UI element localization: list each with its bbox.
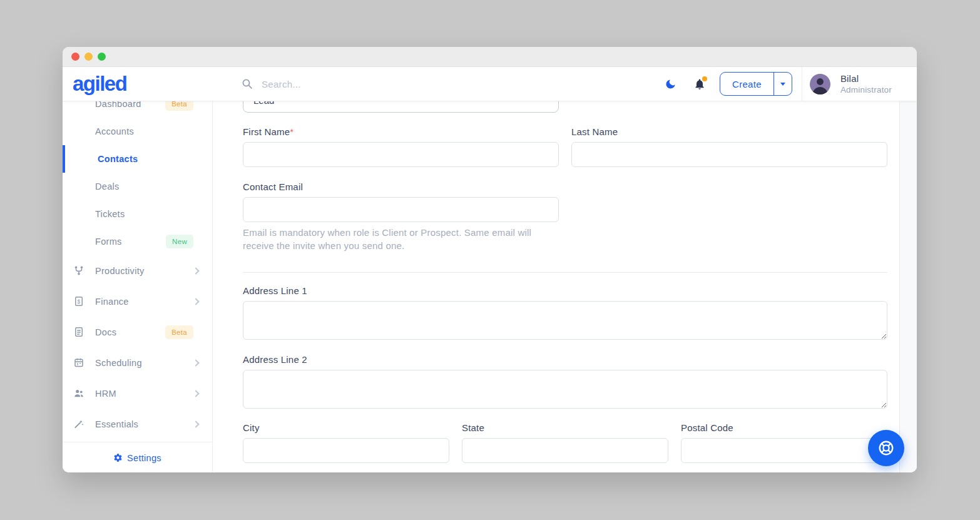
label-text: First Name [243, 126, 290, 137]
postal-code-label: Postal Code [681, 421, 887, 434]
sidebar-item-hrm[interactable]: HRM [63, 378, 212, 409]
address-line-1-field[interactable] [243, 301, 887, 340]
close-window-button[interactable] [71, 53, 79, 61]
sidebar-item-label: Dashboard [95, 101, 141, 109]
finance-icon: $ [73, 295, 85, 307]
global-search [242, 78, 412, 89]
chevron-right-icon [192, 359, 199, 366]
notifications-bell-icon[interactable] [693, 78, 706, 91]
chevron-right-icon [192, 390, 199, 397]
lifebuoy-icon [877, 439, 896, 457]
sidebar-item-finance[interactable]: $ Finance [63, 286, 212, 317]
city-label: City [243, 421, 449, 434]
sidebar-item-label: Scheduling [95, 358, 142, 368]
hrm-icon [73, 387, 85, 399]
sidebar-item-contacts[interactable]: Contacts [63, 145, 212, 173]
section-divider [243, 272, 887, 273]
create-button[interactable]: Create [720, 73, 773, 95]
state-field[interactable] [462, 438, 668, 463]
sidebar-item-label: Accounts [95, 126, 134, 136]
sidebar-item-label: Deals [95, 181, 120, 191]
zoom-window-button[interactable] [98, 53, 106, 61]
last-name-label: Last Name [571, 125, 887, 138]
app-window: agiled Create [63, 47, 917, 472]
chevron-right-icon [192, 421, 199, 427]
settings-label: Settings [127, 453, 161, 463]
sidebar-item-docs[interactable]: Docs Beta [63, 317, 212, 347]
sidebar-item-label: HRM [95, 389, 116, 399]
contact-form: Lead First Name* Last Name Contact Email… [213, 101, 899, 472]
caret-down-icon [780, 83, 785, 86]
essentials-icon [73, 418, 85, 430]
city-field[interactable] [243, 438, 449, 463]
sidebar-item-essentials[interactable]: Essentials [63, 409, 212, 439]
last-name-field[interactable] [571, 142, 887, 167]
chevron-right-icon [192, 298, 199, 305]
create-split-button: Create [720, 72, 792, 96]
sidebar-item-tickets[interactable]: Tickets [63, 200, 212, 228]
scrollbar-track[interactable] [899, 101, 917, 472]
brand-logo: agiled [63, 72, 213, 96]
sidebar-item-dashboard[interactable]: Dashboard Beta [63, 101, 212, 118]
first-name-label: First Name* [243, 125, 559, 138]
sidebar-item-label: Contacts [98, 154, 138, 164]
search-icon [242, 78, 253, 89]
gear-icon [113, 453, 123, 462]
chevron-right-icon [192, 267, 199, 274]
contact-email-label: Contact Email [243, 180, 559, 193]
notification-dot [702, 76, 707, 81]
user-role: Administrator [840, 85, 892, 94]
contact-email-field[interactable] [243, 197, 559, 222]
sidebar-item-label: Productivity [95, 266, 145, 276]
header-controls: Create Bilal Administrator [665, 67, 917, 101]
avatar [810, 74, 830, 94]
new-badge: New [166, 235, 193, 248]
dark-mode-moon-icon[interactable] [665, 78, 676, 90]
sidebar-item-accounts[interactable]: Accounts [63, 118, 212, 145]
app-header: agiled Create [63, 67, 917, 101]
minimize-window-button[interactable] [84, 53, 93, 61]
sidebar-item-label: Essentials [95, 419, 138, 429]
search-input[interactable] [262, 79, 412, 89]
address-line-2-label: Address Line 2 [243, 353, 887, 366]
address-line-2-field[interactable] [243, 370, 887, 409]
active-indicator-bar [63, 145, 65, 173]
sidebar-item-productivity[interactable]: Productivity [63, 255, 212, 286]
productivity-icon [73, 265, 85, 277]
contact-type-select[interactable]: Lead [243, 101, 559, 113]
sidebar-nav: Dashboard Beta Accounts Contacts Deals T… [63, 101, 213, 472]
sidebar-item-label: Docs [95, 327, 116, 337]
first-name-field[interactable] [243, 142, 559, 167]
sidebar-settings-button[interactable]: Settings [63, 442, 212, 472]
sidebar-item-label: Finance [95, 297, 129, 307]
svg-text:$: $ [78, 299, 81, 305]
docs-icon [73, 326, 85, 338]
window-titlebar [63, 47, 917, 67]
user-menu[interactable]: Bilal Administrator [802, 73, 917, 94]
create-dropdown-toggle[interactable] [773, 73, 792, 95]
address-line-1-label: Address Line 1 [243, 284, 887, 297]
required-asterisk: * [290, 126, 293, 137]
user-name: Bilal [840, 73, 892, 84]
sidebar-item-label: Forms [95, 237, 122, 247]
state-label: State [462, 421, 668, 434]
email-helper-text: Email is mandatory when role is Client o… [243, 226, 559, 252]
help-fab-button[interactable] [868, 430, 904, 466]
sidebar-item-forms[interactable]: Forms New [63, 228, 212, 255]
sidebar-item-deals[interactable]: Deals [63, 173, 212, 200]
sidebar-item-label: Tickets [95, 209, 125, 219]
scheduling-icon [73, 357, 85, 369]
postal-code-field[interactable] [681, 438, 887, 463]
beta-badge: Beta [165, 325, 193, 339]
beta-badge: Beta [165, 101, 193, 111]
sidebar-item-scheduling[interactable]: Scheduling [63, 347, 212, 378]
